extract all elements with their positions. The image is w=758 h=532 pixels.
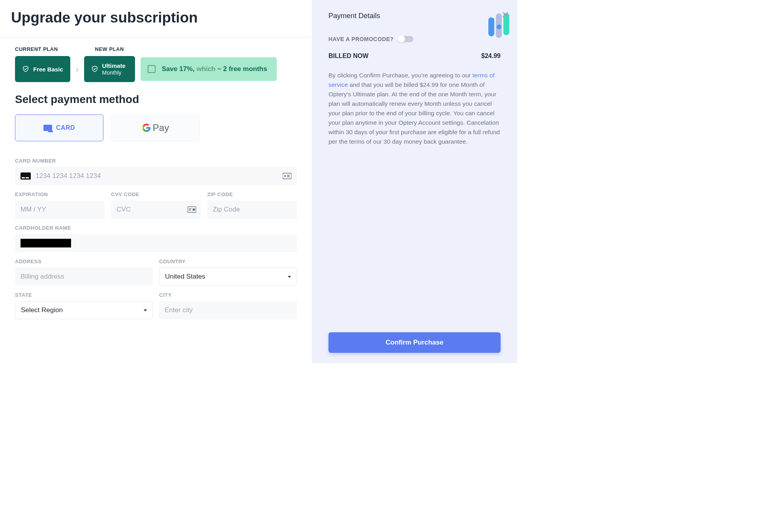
plan-labels: CURRENT PLAN NEW PLAN (15, 46, 297, 52)
chevron-down-icon (144, 309, 147, 311)
autofill-icon[interactable] (283, 173, 291, 179)
expiration-group: EXPIRATION (15, 191, 105, 219)
page-title: Upgrade your subscription (11, 9, 301, 26)
cvv-group: CVV CODE (111, 191, 201, 219)
exp-cvv-zip-row: EXPIRATION CVV CODE ZIP CODE (15, 191, 297, 219)
card-number-wrap[interactable] (15, 167, 297, 185)
payment-method-title: Select payment method (15, 93, 297, 106)
state-group: STATE Select Region (15, 292, 153, 319)
cardholder-label: CARDHOLDER NAME (15, 225, 297, 231)
expiration-label: EXPIRATION (15, 191, 105, 197)
shield-icon (91, 65, 98, 73)
country-group: COUNTRY United States (159, 259, 297, 286)
promo-label: HAVE A PROMOCODE? (328, 36, 394, 42)
state-value: Select Region (21, 306, 63, 314)
zip-group: ZIP CODE (207, 191, 297, 219)
right-panel: ✕ Payment Details HAVE A PROMOCODE? BILL… (312, 0, 517, 363)
city-group: CITY (159, 292, 297, 319)
address-input[interactable] (15, 268, 153, 286)
new-plan-cycle: Monthly (102, 69, 126, 76)
city-input[interactable] (159, 301, 297, 319)
billed-label: BILLED NOW (328, 52, 368, 60)
expiration-input[interactable] (15, 200, 105, 219)
card-number-label: CARD NUMBER (15, 158, 297, 164)
confirm-purchase-button[interactable]: Confirm Purchase (328, 332, 501, 353)
state-label: STATE (15, 292, 153, 298)
cardholder-redacted (21, 239, 71, 247)
payment-details-title: Payment Details (328, 12, 501, 20)
zip-input[interactable] (207, 200, 297, 219)
card-icon (43, 125, 52, 131)
address-group: ADDRESS (15, 259, 153, 286)
shield-icon (22, 65, 29, 73)
card-number-input[interactable] (36, 172, 283, 180)
chevron-right-icon: › (76, 65, 79, 74)
address-label: ADDRESS (15, 259, 153, 264)
checkbox-icon[interactable] (148, 65, 156, 73)
save-annual-banner[interactable]: Save 17%, which ~ 2 free months (141, 57, 277, 81)
billed-row: BILLED NOW $24.99 (328, 52, 501, 60)
new-plan-text: Ultimate Monthly (102, 62, 126, 76)
new-plan-chip: Ultimate Monthly (84, 56, 135, 82)
payment-method-tabs: CARD Pay (15, 114, 297, 141)
city-label: CITY (159, 292, 297, 298)
card-number-group: CARD NUMBER (15, 158, 297, 185)
svg-rect-0 (283, 173, 291, 179)
zip-label: ZIP CODE (207, 191, 297, 197)
svg-rect-2 (287, 175, 290, 176)
tab-card[interactable]: CARD (15, 114, 103, 141)
cardholder-group: CARDHOLDER NAME (15, 225, 297, 252)
address-country-row: ADDRESS COUNTRY United States (15, 259, 297, 286)
country-value: United States (165, 273, 205, 281)
cvv-hint-icon[interactable] (188, 206, 196, 213)
save-text: Save 17%, which ~ 2 free months (162, 65, 267, 73)
billed-amount: $24.99 (481, 52, 501, 60)
chevron-down-icon (288, 276, 291, 278)
svg-rect-5 (188, 208, 191, 209)
left-panel: Upgrade your subscription CURRENT PLAN N… (0, 0, 312, 363)
card-tab-label: CARD (56, 124, 75, 131)
cvv-label: CVV CODE (111, 191, 201, 197)
card-icon (21, 172, 31, 180)
country-select[interactable]: United States (159, 268, 297, 286)
promo-row: HAVE A PROMOCODE? (328, 36, 501, 42)
state-city-row: STATE Select Region CITY (15, 292, 297, 319)
cardholder-input-wrap[interactable] (15, 234, 297, 252)
new-plan-label: NEW PLAN (95, 46, 124, 52)
promo-toggle[interactable] (398, 36, 413, 42)
plan-row: Free Basic › Ultimate Monthly Save 17%, … (15, 56, 297, 82)
disclaimer-text: By clicking Confirm Purchase, you're agr… (328, 71, 501, 324)
header: Upgrade your subscription (0, 0, 312, 37)
svg-rect-7 (192, 208, 195, 211)
content: CURRENT PLAN NEW PLAN Free Basic › Ultim… (0, 37, 312, 334)
svg-rect-3 (287, 176, 290, 177)
current-plan-label: CURRENT PLAN (15, 46, 58, 52)
current-plan-chip: Free Basic (15, 56, 70, 82)
svg-rect-6 (188, 210, 191, 211)
gpay-logo: Pay (142, 122, 169, 133)
close-icon[interactable]: ✕ (501, 9, 509, 21)
svg-point-1 (284, 175, 286, 177)
current-plan-name: Free Basic (33, 66, 63, 73)
country-label: COUNTRY (159, 259, 297, 264)
new-plan-name: Ultimate (102, 62, 126, 69)
state-select[interactable]: Select Region (15, 301, 153, 319)
tab-google-pay[interactable]: Pay (111, 114, 200, 141)
